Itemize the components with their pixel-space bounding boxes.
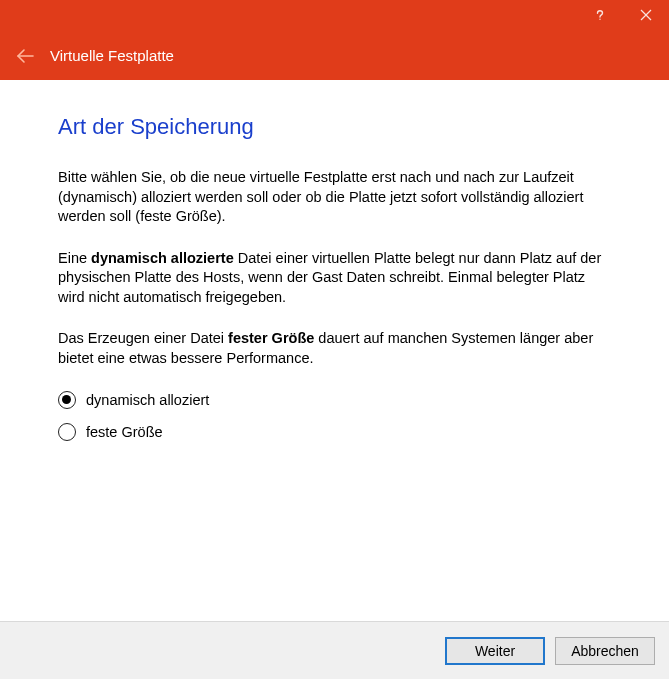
wizard-footer: Weiter Abbrechen bbox=[0, 621, 669, 679]
page-title: Art der Speicherung bbox=[58, 114, 611, 140]
back-arrow-icon[interactable] bbox=[14, 45, 36, 67]
next-button[interactable]: Weiter bbox=[445, 637, 545, 665]
text-part: Eine bbox=[58, 250, 91, 266]
header-title: Virtuelle Festplatte bbox=[50, 47, 174, 64]
svg-point-0 bbox=[599, 19, 600, 20]
radio-dynamic[interactable]: dynamisch alloziert bbox=[58, 391, 611, 409]
help-icon[interactable] bbox=[577, 0, 623, 30]
storage-type-radio-group: dynamisch alloziert feste Größe bbox=[58, 391, 611, 441]
text-bold: dynamisch allozierte bbox=[91, 250, 234, 266]
text-bold: fester Größe bbox=[228, 330, 314, 346]
radio-fixed[interactable]: feste Größe bbox=[58, 423, 611, 441]
radio-indicator-icon bbox=[58, 391, 76, 409]
wizard-content: Art der Speicherung Bitte wählen Sie, ob… bbox=[0, 80, 669, 621]
radio-label: feste Größe bbox=[86, 424, 163, 440]
text-part: Das Erzeugen einer Datei bbox=[58, 330, 228, 346]
radio-label: dynamisch alloziert bbox=[86, 392, 209, 408]
wizard-header: Virtuelle Festplatte bbox=[0, 30, 669, 80]
dynamic-paragraph: Eine dynamisch allozierte Datei einer vi… bbox=[58, 249, 611, 308]
intro-paragraph: Bitte wählen Sie, ob die neue virtuelle … bbox=[58, 168, 611, 227]
radio-indicator-icon bbox=[58, 423, 76, 441]
cancel-button[interactable]: Abbrechen bbox=[555, 637, 655, 665]
close-icon[interactable] bbox=[623, 0, 669, 30]
fixed-paragraph: Das Erzeugen einer Datei fester Größe da… bbox=[58, 329, 611, 368]
window-titlebar bbox=[0, 0, 669, 30]
